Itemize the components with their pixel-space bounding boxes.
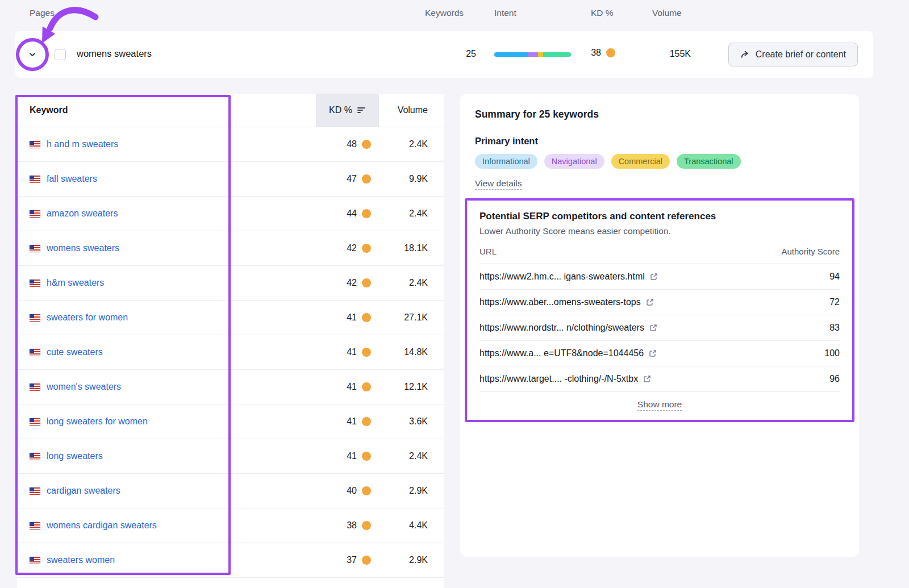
keyword-row: womens sweaters 42 18.1K (17, 231, 444, 266)
volume-cell: 14.8K (379, 347, 444, 357)
keyword-link[interactable]: fall sweaters (47, 174, 97, 184)
keyword-cell: h and m sweaters (17, 139, 316, 149)
keyword-link[interactable]: womens cardigan sweaters (47, 520, 157, 531)
authority-score-value: 100 (824, 348, 840, 358)
kd-value: 48 (347, 139, 357, 149)
keyword-link[interactable]: long sweaters for women (47, 416, 148, 427)
summary-panel: Summary for 25 keywords Primary intent I… (460, 94, 859, 557)
competitor-url-link[interactable]: https://www.target.... -clothing/-/N-5xt… (479, 374, 651, 384)
keyword-row: cardigan sweaters 40 2.9K (17, 474, 444, 508)
kd-dot (362, 244, 371, 253)
keyword-row: womens cardigan sweaters 38 4.4K (17, 508, 444, 543)
keyword-cell: women's sweaters (17, 382, 316, 392)
serp-table-header: URL Authority Score (479, 247, 840, 264)
kd-cell: 42 (316, 278, 379, 288)
intent-bar-segment (538, 52, 543, 57)
kd-value: 38 (347, 520, 357, 531)
show-more-link[interactable]: Show more (637, 399, 682, 411)
us-flag-icon (30, 141, 40, 148)
keyword-rows: h and m sweaters 48 2.4K fall sweaters (17, 127, 444, 578)
keyword-link[interactable]: sweaters for women (47, 312, 128, 323)
kd-value: 41 (347, 451, 357, 461)
keyword-cell: womens sweaters (17, 243, 316, 253)
keyword-link[interactable]: sweaters women (47, 555, 115, 565)
external-link-icon (649, 324, 657, 332)
serp-subtitle: Lower Authority Score means easier compe… (479, 226, 840, 236)
serp-title: Potential SERP competitors and content r… (479, 211, 840, 222)
volume-column-header-top: Volume (652, 8, 682, 18)
kd-value: 37 (347, 555, 357, 565)
serp-row: https://www.a... e=UTF8&node=1044456 100 (479, 341, 840, 366)
external-link-icon (646, 298, 654, 306)
kd-cell: 47 (316, 174, 379, 184)
create-brief-button[interactable]: Create brief or content (728, 43, 858, 66)
competitor-url-link[interactable]: https://www.aber...omens-sweaters-tops (479, 297, 654, 307)
keyword-link[interactable]: cardigan sweaters (47, 486, 120, 496)
kd-dot (362, 521, 371, 530)
share-arrow-icon (740, 50, 750, 59)
keyword-cell: long sweaters (17, 451, 316, 461)
page-title: womens sweaters (77, 48, 152, 59)
kd-cell: 38 (316, 520, 379, 531)
intent-badge: Navigational (544, 154, 604, 169)
authority-score-value: 94 (829, 272, 840, 282)
serp-row: https://www.target.... -clothing/-/N-5xt… (479, 366, 840, 392)
competitor-url-link[interactable]: https://www.nordstr... n/clothing/sweate… (479, 323, 657, 333)
keyword-link[interactable]: h and m sweaters (47, 139, 118, 149)
kd-dot (362, 382, 371, 391)
us-flag-icon (30, 349, 40, 356)
keyword-link[interactable]: womens sweaters (47, 243, 119, 253)
kd-cell: 41 (316, 312, 379, 323)
expand-chevron-button[interactable] (22, 44, 43, 65)
keyword-row: long sweaters 41 2.4K (17, 439, 444, 474)
serp-row: https://www2.hm.c... igans-sweaters.html… (479, 264, 840, 290)
kd-dot (362, 348, 371, 357)
page-row-womens-sweaters: womens sweaters 25 38 155K Create brief … (15, 31, 873, 78)
authority-score-value: 83 (829, 323, 840, 333)
us-flag-icon (30, 487, 40, 495)
volume-cell: 9.9K (379, 174, 444, 184)
keyword-row: long sweaters for women 41 3.6K (17, 404, 444, 439)
kd-value: 41 (347, 382, 357, 392)
volume-header-cell[interactable]: Volume (379, 94, 444, 127)
authority-score-column-label: Authority Score (781, 247, 840, 256)
intent-column-header: Intent (494, 8, 516, 18)
row-checkbox[interactable] (55, 49, 66, 60)
intent-badge: Transactional (677, 154, 741, 169)
kd-value: 41 (347, 416, 357, 427)
us-flag-icon (30, 280, 40, 287)
keyword-link[interactable]: long sweaters (47, 451, 103, 461)
kd-dot (362, 278, 371, 287)
volume-cell: 2.4K (379, 451, 444, 461)
url-text: https://www.a... e=UTF8&node=1044456 (479, 348, 644, 358)
us-flag-icon (30, 522, 40, 529)
us-flag-icon (30, 418, 40, 426)
kd-dot (362, 313, 371, 322)
keyword-row: sweaters for women 41 27.1K (17, 301, 444, 335)
view-details-link[interactable]: View details (475, 178, 522, 190)
url-text: https://www.nordstr... n/clothing/sweate… (479, 323, 644, 333)
competitor-url-link[interactable]: https://www.a... e=UTF8&node=1044456 (479, 348, 657, 358)
kd-cell: 48 (316, 139, 379, 149)
serp-rows: https://www2.hm.c... igans-sweaters.html… (479, 264, 840, 392)
kd-sort-header[interactable]: KD % (316, 94, 379, 127)
keyword-header-cell: Keyword (17, 94, 316, 127)
kd-value: 38 (591, 48, 601, 58)
intent-badge: Informational (475, 154, 537, 169)
keyword-link[interactable]: amazon sweaters (47, 208, 118, 219)
pages-label: Pages (30, 8, 55, 18)
volume-cell: 18.1K (379, 243, 444, 253)
volume-cell: 2.9K (379, 486, 444, 496)
volume-cell: 2.4K (379, 139, 444, 149)
competitor-url-link[interactable]: https://www2.hm.c... igans-sweaters.html (479, 272, 658, 282)
keyword-link[interactable]: h&m sweaters (47, 278, 104, 288)
keyword-link[interactable]: women's sweaters (47, 382, 121, 392)
kd-column-header-top: KD % (591, 8, 614, 18)
kd-cell: 42 (316, 243, 379, 253)
intent-bar-segment (494, 52, 528, 57)
keyword-link[interactable]: cute sweaters (47, 347, 103, 357)
volume-cell: 2.4K (379, 278, 444, 288)
url-text: https://www.aber...omens-sweaters-tops (479, 297, 641, 307)
chevron-down-icon (28, 50, 37, 59)
us-flag-icon (30, 383, 40, 391)
